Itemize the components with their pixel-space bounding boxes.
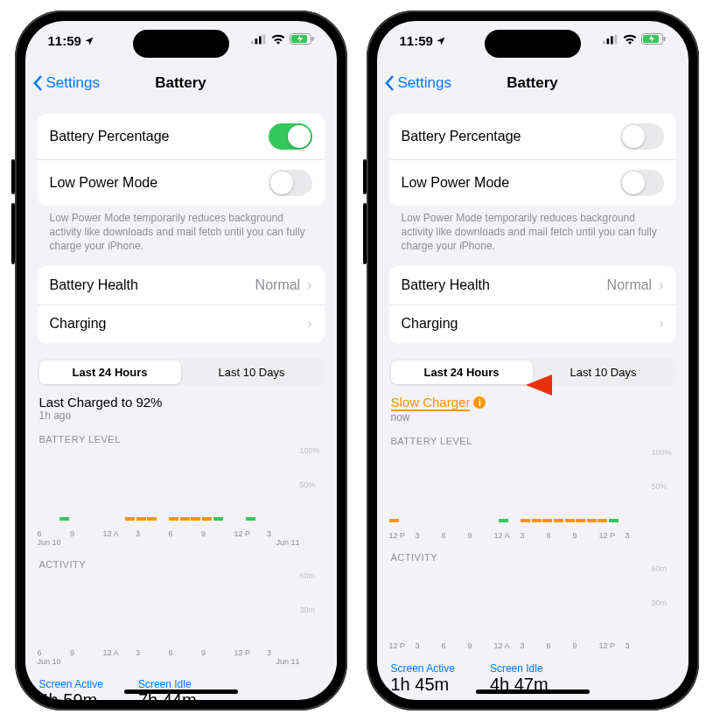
toggle-percentage[interactable] xyxy=(269,123,312,150)
screen: 11:59 Settings Battery Battery Percentag… xyxy=(25,21,337,700)
page-title: Battery xyxy=(155,74,206,92)
row-health[interactable]: Battery Health Normal › xyxy=(38,266,325,304)
row-lowpower[interactable]: Low Power Mode xyxy=(389,159,676,206)
dynamic-island xyxy=(485,30,581,58)
back-button[interactable]: Settings xyxy=(32,74,100,92)
svg-rect-1 xyxy=(255,38,257,44)
health-value: Normal xyxy=(255,277,301,293)
row-percentage[interactable]: Battery Percentage xyxy=(38,114,325,159)
status-time: 11:59 xyxy=(48,33,81,48)
chevron-left-icon xyxy=(32,74,43,92)
stat-active: Screen Active 4h 59m xyxy=(39,678,103,700)
row-health[interactable]: Battery Health Normal › xyxy=(389,266,676,304)
svg-rect-10 xyxy=(614,34,617,44)
charging-strip xyxy=(38,517,325,521)
wifi-icon xyxy=(623,34,637,45)
wifi-icon xyxy=(271,34,285,45)
lowpower-footer: Low Power Mode temporarily reduces backg… xyxy=(38,206,325,254)
nav-bar: Settings Battery xyxy=(377,65,689,102)
toggle-lowpower[interactable] xyxy=(269,170,312,196)
nav-bar: Settings Battery xyxy=(25,65,337,102)
location-icon xyxy=(436,36,446,46)
svg-rect-7 xyxy=(603,40,605,44)
chevron-left-icon xyxy=(384,74,395,92)
seg-24h[interactable]: Last 24 Hours xyxy=(391,360,533,384)
location-icon xyxy=(84,36,94,46)
charge-sub: now xyxy=(391,411,675,424)
row-label: Charging xyxy=(402,316,458,332)
chevron-right-icon: › xyxy=(659,277,663,293)
svg-rect-2 xyxy=(259,36,262,44)
page-title: Battery xyxy=(507,74,558,92)
row-label: Battery Health xyxy=(402,277,490,293)
charge-label: Last Charged to 92% xyxy=(39,395,323,410)
group-toggles: Battery Percentage Low Power Mode xyxy=(38,114,325,206)
toggle-percentage[interactable] xyxy=(620,123,664,150)
section-battery-level: BATTERY LEVEL xyxy=(38,434,325,444)
row-label: Battery Health xyxy=(50,277,138,293)
row-charging[interactable]: Charging › xyxy=(38,304,325,343)
phone-left: 11:59 Settings Battery Battery Percentag… xyxy=(15,10,347,710)
row-label: Charging xyxy=(50,316,107,332)
activity-chart: 60m30m xyxy=(38,571,325,640)
back-button[interactable]: Settings xyxy=(384,74,451,92)
svg-rect-8 xyxy=(606,38,609,44)
content: Battery Percentage Low Power Mode Low Po… xyxy=(377,102,689,700)
battery-level-chart: 100%50% xyxy=(38,446,325,514)
battery-icon xyxy=(641,33,666,45)
info-icon: i xyxy=(473,396,486,409)
row-label: Low Power Mode xyxy=(402,175,510,191)
row-charging[interactable]: Charging › xyxy=(389,304,676,343)
section-activity: ACTIVITY xyxy=(38,559,325,570)
seg-24h[interactable]: Last 24 Hours xyxy=(39,360,181,384)
svg-rect-13 xyxy=(663,37,665,41)
activity-chart: 60m30m xyxy=(389,564,676,633)
charge-sub: 1h ago xyxy=(39,410,323,422)
battery-level-chart: 100%50% xyxy=(389,448,676,516)
charging-strip xyxy=(389,519,676,522)
dynamic-island xyxy=(133,30,229,58)
charge-status: Last Charged to 92% 1h ago xyxy=(38,395,325,422)
slow-charger-label: Slow Charger xyxy=(391,395,471,411)
signal-icon xyxy=(603,34,619,45)
svg-rect-0 xyxy=(251,40,254,44)
svg-rect-3 xyxy=(262,34,265,44)
status-time: 11:59 xyxy=(400,33,433,48)
group-health: Battery Health Normal › Charging › xyxy=(389,266,676,343)
row-label: Battery Percentage xyxy=(50,129,170,144)
row-percentage[interactable]: Battery Percentage xyxy=(389,114,676,159)
section-activity: ACTIVITY xyxy=(389,552,676,563)
home-indicator[interactable] xyxy=(124,690,238,694)
toggle-lowpower[interactable] xyxy=(620,170,664,196)
row-label: Low Power Mode xyxy=(50,175,158,191)
content: Battery Percentage Low Power Mode Low Po… xyxy=(25,102,337,700)
annotation-arrow xyxy=(526,369,648,401)
svg-rect-6 xyxy=(311,37,313,41)
x-axis: 6912 A36912 P3 xyxy=(38,529,325,538)
row-lowpower[interactable]: Low Power Mode xyxy=(38,159,325,206)
stat-active: Screen Active 1h 45m xyxy=(391,662,455,695)
health-value: Normal xyxy=(607,277,653,293)
home-indicator[interactable] xyxy=(476,690,590,694)
seg-10d[interactable]: Last 10 Days xyxy=(181,360,323,384)
segmented-control[interactable]: Last 24 Hours Last 10 Days xyxy=(38,359,325,386)
phone-right: 11:59 Settings Battery Battery Percentag… xyxy=(367,10,699,710)
group-health: Battery Health Normal › Charging › xyxy=(38,266,325,343)
chevron-right-icon: › xyxy=(659,316,663,332)
battery-icon xyxy=(290,33,314,45)
section-battery-level: BATTERY LEVEL xyxy=(389,436,676,446)
group-toggles: Battery Percentage Low Power Mode xyxy=(389,114,676,206)
back-label: Settings xyxy=(398,74,451,92)
lowpower-footer: Low Power Mode temporarily reduces backg… xyxy=(389,206,676,254)
chevron-right-icon: › xyxy=(307,277,311,293)
screen: 11:59 Settings Battery Battery Percentag… xyxy=(377,21,689,700)
row-label: Battery Percentage xyxy=(402,129,521,144)
back-label: Settings xyxy=(46,74,100,92)
svg-rect-9 xyxy=(611,36,613,44)
signal-icon xyxy=(251,34,267,45)
chevron-right-icon: › xyxy=(307,316,311,332)
